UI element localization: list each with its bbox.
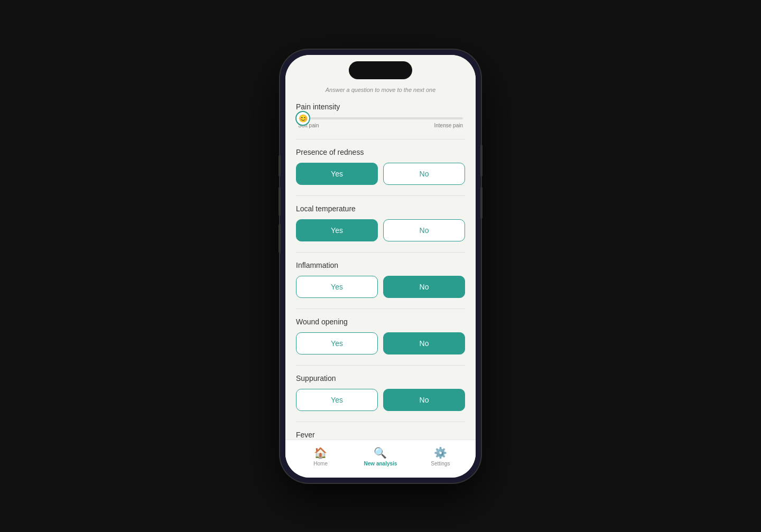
inflammation-btn-group: Yes No [296, 276, 465, 298]
pain-slider-container: 😊 Soft pain Intense pain [296, 117, 465, 128]
inflammation-section: Inflammation Yes No [296, 261, 465, 298]
nav-home[interactable]: 🏠 Home [291, 446, 350, 466]
divider-5 [296, 365, 465, 366]
divider-3 [296, 252, 465, 253]
phone-frame: Answer a question to move to the next on… [280, 50, 481, 483]
subtitle-text: Answer a question to move to the next on… [296, 87, 465, 93]
suppuration-yes-button[interactable]: Yes [296, 389, 378, 411]
pain-intensity-section: Pain intensity 😊 Soft pain Intense pain [296, 102, 465, 128]
bottom-nav: 🏠 Home 🔍 New analysis ⚙️ Settings [285, 440, 476, 478]
settings-icon: ⚙️ [434, 446, 447, 459]
suppuration-label: Suppuration [296, 374, 465, 382]
suppuration-no-button[interactable]: No [383, 389, 465, 411]
local-temp-section: Local temperature Yes No [296, 204, 465, 241]
wound-opening-btn-group: Yes No [296, 332, 465, 354]
nav-new-analysis[interactable]: 🔍 New analysis [350, 446, 410, 466]
screen-content: Answer a question to move to the next on… [285, 55, 476, 478]
nav-home-label: Home [313, 461, 328, 466]
redness-label: Presence of redness [296, 148, 465, 156]
nav-new-analysis-label: New analysis [364, 461, 397, 466]
redness-no-button[interactable]: No [383, 163, 465, 185]
phone-btn-power [480, 145, 482, 176]
search-icon: 🔍 [374, 446, 387, 459]
suppuration-btn-group: Yes No [296, 389, 465, 411]
slider-emoji: 😊 [299, 114, 308, 123]
wound-opening-no-button[interactable]: No [383, 332, 465, 354]
home-icon: 🏠 [314, 446, 327, 459]
inflammation-no-button[interactable]: No [383, 276, 465, 298]
phone-btn-power2 [480, 187, 482, 219]
redness-yes-button[interactable]: Yes [296, 163, 378, 185]
slider-track[interactable]: 😊 [298, 117, 463, 119]
nav-settings[interactable]: ⚙️ Settings [411, 446, 470, 466]
wound-opening-section: Wound opening Yes No [296, 318, 465, 354]
phone-btn-vol-up [279, 187, 281, 216]
redness-section: Presence of redness Yes No [296, 148, 465, 185]
inflammation-label: Inflammation [296, 261, 465, 269]
divider-1 [296, 139, 465, 139]
divider-6 [296, 422, 465, 422]
nav-settings-label: Settings [431, 461, 450, 466]
local-temp-label: Local temperature [296, 204, 465, 213]
divider-2 [296, 195, 465, 196]
wound-opening-label: Wound opening [296, 318, 465, 326]
phone-screen: Answer a question to move to the next on… [285, 55, 476, 478]
dynamic-island [349, 61, 412, 79]
inflammation-yes-button[interactable]: Yes [296, 276, 378, 298]
phone-btn-mute [279, 155, 281, 176]
divider-4 [296, 309, 465, 309]
local-temp-no-button[interactable]: No [383, 219, 465, 241]
phone-btn-vol-down [279, 224, 281, 253]
slider-thumb[interactable]: 😊 [295, 111, 310, 126]
wound-opening-yes-button[interactable]: Yes [296, 332, 378, 354]
redness-btn-group: Yes No [296, 163, 465, 185]
local-temp-btn-group: Yes No [296, 219, 465, 241]
slider-labels: Soft pain Intense pain [298, 123, 463, 128]
fever-label: Fever [296, 431, 465, 439]
pain-intensity-label: Pain intensity [296, 102, 465, 111]
local-temp-yes-button[interactable]: Yes [296, 219, 378, 241]
suppuration-section: Suppuration Yes No [296, 374, 465, 411]
slider-max-label: Intense pain [434, 123, 463, 128]
